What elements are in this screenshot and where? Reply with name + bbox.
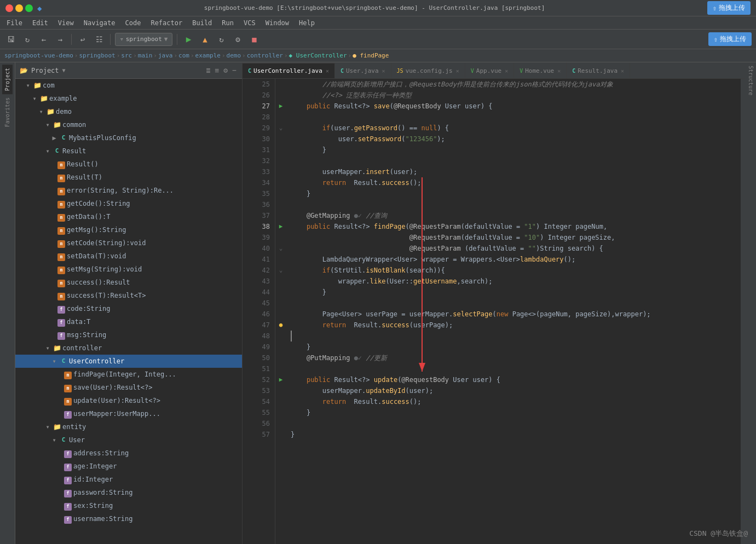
bulb-gutter-47[interactable]: ●: [275, 320, 286, 331]
tree-item-mybatisconfig[interactable]: ▶ C MybatisPlusConfig: [15, 131, 242, 144]
tab-homevue[interactable]: V Home.vue ✕: [514, 63, 567, 78]
tree-item-username-field[interactable]: f username:String: [15, 512, 242, 525]
tree-item-common[interactable]: ▾ 📁 common: [15, 118, 242, 131]
tree-item-findpage[interactable]: m findPage(Integer, Integ...: [15, 368, 242, 381]
reload-button[interactable]: ↻: [215, 33, 228, 46]
tree-item-result[interactable]: ▾ C Result: [15, 144, 242, 158]
menu-build[interactable]: Build: [188, 18, 216, 28]
tree-item-entity-folder[interactable]: ▾ 📁 entity: [15, 420, 242, 433]
tree-item-result-setdata[interactable]: m setData(T):void: [15, 250, 242, 263]
breadcrumb-item-2[interactable]: src: [121, 52, 132, 59]
menu-vcs[interactable]: VCS: [239, 18, 260, 28]
menu-help[interactable]: Help: [295, 18, 319, 28]
tree-item-result-error[interactable]: m error(String, String):Re...: [15, 184, 242, 197]
tree-item-result-setcode[interactable]: m setCode(String):void: [15, 236, 242, 250]
tab-resultjava[interactable]: C Result.java ✕: [567, 63, 630, 78]
tab-close-icon[interactable]: ✕: [557, 68, 561, 74]
tree-item-result-success1[interactable]: m success():Result: [15, 276, 242, 289]
tree-item-example[interactable]: ▾ 📁 example: [15, 92, 242, 105]
tab-close-icon[interactable]: ✕: [621, 68, 624, 74]
tree-item-result-msg[interactable]: f msg:String: [15, 328, 242, 342]
maximize-button[interactable]: [25, 4, 33, 12]
breadcrumb-item-4[interactable]: java: [158, 52, 173, 59]
menu-navigate[interactable]: Navigate: [79, 18, 120, 28]
structure-label[interactable]: Structure: [747, 62, 755, 99]
collapse-all-icon[interactable]: ≡: [214, 65, 221, 76]
menu-refactor[interactable]: Refactor: [146, 18, 187, 28]
tree-item-address[interactable]: f address:String: [15, 447, 242, 460]
undo-button[interactable]: ↩: [76, 33, 89, 46]
tree-item-update[interactable]: m update(User):Result<?>: [15, 394, 242, 407]
tab-vueconfig[interactable]: JS vue.config.js ✕: [391, 63, 465, 78]
fold-gutter-40[interactable]: ⌄: [275, 243, 286, 254]
toolbar-upload-button[interactable]: ⇧ 拖拽上传: [708, 32, 752, 46]
back-button[interactable]: ←: [37, 33, 50, 46]
scrollbar[interactable]: [741, 79, 745, 544]
tree-item-id[interactable]: f id:Integer: [15, 473, 242, 486]
window-controls[interactable]: [5, 4, 33, 12]
tree-item-result-getdata[interactable]: m getData():T: [15, 210, 242, 223]
breadcrumb-item-7[interactable]: demo: [227, 52, 241, 59]
breadcrumb-item-8[interactable]: controller: [247, 52, 283, 59]
tree-item-password[interactable]: f password:String: [15, 486, 242, 499]
structure-button[interactable]: ☷: [93, 33, 106, 46]
run-gutter-38[interactable]: ▶: [275, 221, 286, 232]
tree-item-demo[interactable]: ▾ 📁 demo: [15, 105, 242, 118]
menu-window[interactable]: Window: [261, 18, 293, 28]
tree-item-save[interactable]: m save(User):Result<?>: [15, 381, 242, 394]
tree-item-user-class[interactable]: ▾ C User: [15, 433, 242, 447]
tree-item-com[interactable]: ▾ 📁 com: [15, 79, 242, 92]
breadcrumb-item-9[interactable]: ◆ UserController: [289, 52, 347, 59]
branch-selector[interactable]: ▿ springboot ▼: [115, 33, 172, 46]
tree-item-usermapper-field[interactable]: f userMapper:UserMapp...: [15, 407, 242, 420]
tree-item-sex[interactable]: f sex:String: [15, 499, 242, 512]
expand-all-icon[interactable]: ≣: [205, 65, 212, 76]
breadcrumb-item-3[interactable]: main: [138, 52, 153, 59]
tree-item-result-getmsg[interactable]: m getMsg():String: [15, 223, 242, 236]
debug-button[interactable]: ■: [247, 33, 261, 46]
tree-item-result-setmsg[interactable]: m setMsg(String):void: [15, 263, 242, 276]
tree-item-result-code[interactable]: f code:String: [15, 302, 242, 315]
forward-button[interactable]: →: [54, 33, 67, 46]
build-button[interactable]: ▲: [198, 33, 211, 46]
run-gutter-27[interactable]: ▶: [275, 101, 286, 112]
breadcrumb-item-6[interactable]: example: [195, 52, 221, 59]
tree-item-result-ctor2[interactable]: m Result(T): [15, 171, 242, 184]
breadcrumb-item-1[interactable]: springboot: [79, 52, 115, 59]
tree-item-controller-folder[interactable]: ▾ 📁 controller: [15, 342, 242, 355]
save-all-button[interactable]: 🖫: [4, 33, 18, 46]
menu-file[interactable]: File: [2, 18, 27, 28]
menu-run[interactable]: Run: [217, 18, 238, 28]
fold-gutter-42[interactable]: ⌄: [275, 265, 286, 276]
breadcrumb-item-5[interactable]: com: [178, 52, 189, 59]
minimize-button[interactable]: [15, 4, 23, 12]
tree-item-result-data[interactable]: f data:T: [15, 315, 242, 328]
run-gutter-52[interactable]: ▶: [275, 374, 286, 385]
menu-code[interactable]: Code: [121, 18, 146, 28]
tab-close-icon[interactable]: ✕: [456, 68, 459, 74]
breadcrumb-item-0[interactable]: springboot-vue-demo: [4, 52, 73, 59]
tab-usercontroller[interactable]: C UserController.java ✕: [243, 63, 335, 78]
breadcrumb-item-10[interactable]: ● findPage: [353, 52, 389, 59]
tab-appvue[interactable]: V App.vue ✕: [465, 63, 514, 78]
close-button[interactable]: [5, 4, 13, 12]
fold-gutter-29[interactable]: ⌄: [275, 123, 286, 134]
code-editor[interactable]: //前端网页的新增用户接口，@RequestBody作用是使前台传来的json格…: [286, 79, 741, 544]
menu-edit[interactable]: Edit: [28, 18, 53, 28]
run-button[interactable]: ▶: [182, 33, 195, 46]
tree-item-result-ctor1[interactable]: m Result(): [15, 158, 242, 171]
tab-user[interactable]: C User.java ✕: [335, 63, 391, 78]
tree-item-result-success2[interactable]: m success(T):Result<T>: [15, 289, 242, 302]
menu-view[interactable]: View: [54, 18, 78, 28]
tree-item-age[interactable]: f age:Integer: [15, 460, 242, 473]
upload-button[interactable]: ⇧ 拖拽上传: [707, 1, 751, 15]
tab-close-icon[interactable]: ✕: [326, 68, 329, 74]
tree-item-usercontroller[interactable]: ▾ C UserController: [15, 355, 242, 368]
tab-close-icon[interactable]: ✕: [505, 68, 508, 74]
tree-item-result-getcode[interactable]: m getCode():String: [15, 197, 242, 210]
sidebar-tab-project[interactable]: Project: [2, 65, 13, 94]
tab-close-icon[interactable]: ✕: [382, 68, 385, 74]
gear-icon[interactable]: ⚙: [222, 65, 229, 76]
sync-button[interactable]: ↻: [21, 33, 34, 46]
settings-button[interactable]: ⚙: [231, 33, 244, 46]
